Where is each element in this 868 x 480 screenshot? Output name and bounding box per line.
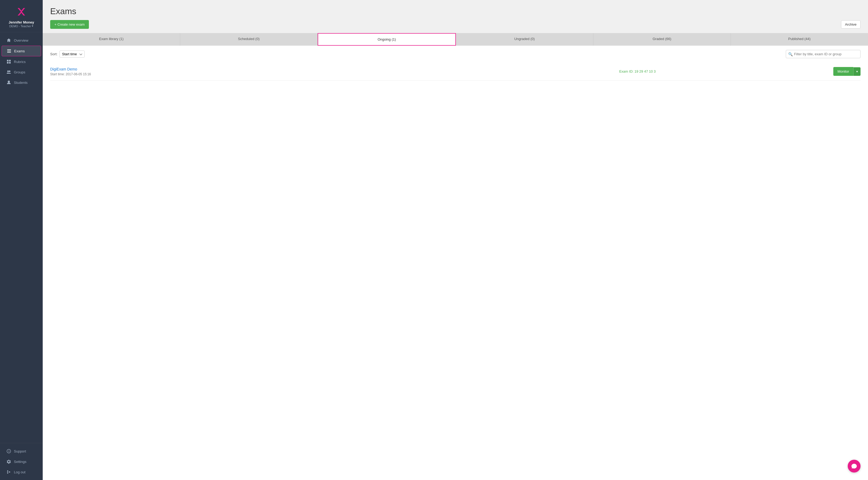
sidebar-item-exams-label: Exams [14,49,25,53]
sidebar-item-students-label: Students [14,81,28,85]
sort-filter-bar: Sort: Start time Title Exam ID 🔍 [50,50,861,58]
exam-start-time: Start time: 2017-06-05 15:16 [50,72,442,76]
tab-published[interactable]: Published (44) [731,33,868,46]
svg-rect-6 [7,62,8,63]
sort-group: Sort: Start time Title Exam ID [50,51,85,58]
sidebar-role: DEMO - Teacher ▾ [9,24,34,28]
monitor-caret-button[interactable]: ▾ [853,67,861,76]
exam-info: DigiExam Demo Start time: 2017-06-05 15:… [50,67,442,76]
tab-graded[interactable]: Graded (66) [593,33,731,46]
exam-actions: Monitor ▾ [833,67,861,76]
svg-point-10 [8,81,10,83]
monitor-button[interactable]: Monitor [833,67,853,76]
tab-scheduled[interactable]: Scheduled (0) [180,33,318,46]
sidebar-item-groups[interactable]: Groups [2,67,41,77]
page-title: Exams [50,6,861,16]
logout-icon [6,470,11,474]
grid-icon [6,59,11,64]
sidebar-item-overview-label: Overview [14,38,28,42]
svg-text:?: ? [8,450,10,453]
filter-input[interactable] [786,50,861,58]
sort-label: Sort: [50,52,57,56]
exam-id: Exam ID: 19 29 47 10 3 [442,69,833,73]
svg-rect-4 [7,60,8,61]
sidebar: Jennifer Money DEMO - Teacher ▾ Overview… [0,0,43,480]
sidebar-item-rubrics-label: Rubrics [14,60,26,64]
exam-row: DigiExam Demo Start time: 2017-06-05 15:… [50,62,861,81]
svg-rect-7 [9,62,11,63]
home-icon [6,38,11,43]
svg-rect-5 [9,60,11,61]
svg-point-8 [7,70,9,72]
create-exam-button[interactable]: + Create new exam [50,20,89,29]
person-icon [6,80,11,85]
sidebar-item-settings[interactable]: Settings [2,456,41,467]
exam-title-link[interactable]: DigiExam Demo [50,67,77,71]
sidebar-item-rubrics[interactable]: Rubrics [2,57,41,67]
sidebar-item-support[interactable]: ? Support [2,446,41,456]
main-content: Exams + Create new exam Archive Exam lib… [43,0,868,480]
sidebar-item-support-label: Support [14,449,26,453]
logo-icon [15,5,28,18]
people-icon [6,70,11,74]
sidebar-username: Jennifer Money [8,20,34,24]
main-header: Exams + Create new exam Archive [43,0,868,33]
svg-rect-1 [7,50,11,50]
svg-point-9 [9,70,10,72]
header-actions: + Create new exam Archive [50,20,861,29]
help-circle-icon: ? [6,449,11,454]
svg-rect-3 [7,52,11,53]
search-icon: 🔍 [788,52,793,56]
sidebar-item-logout[interactable]: Log out [2,467,41,477]
sidebar-nav: Overview Exams Rubrics Groups [0,32,43,443]
content-area: Sort: Start time Title Exam ID 🔍 DigiExa… [43,46,868,480]
archive-button[interactable]: Archive [841,20,861,29]
sidebar-logo: Jennifer Money DEMO - Teacher ▾ [0,0,43,32]
list-icon [7,49,11,53]
sidebar-item-students[interactable]: Students [2,78,41,88]
svg-rect-2 [7,51,11,51]
sidebar-item-groups-label: Groups [14,70,25,74]
tabs-container: Exam library (1) Scheduled (0) Ongoing (… [43,33,868,46]
tab-exam-library[interactable]: Exam library (1) [43,33,180,46]
sidebar-bottom: ? Support Settings Log out [0,443,43,480]
sidebar-item-overview[interactable]: Overview [2,35,41,46]
sort-select[interactable]: Start time Title Exam ID [60,51,85,58]
sidebar-item-exams[interactable]: Exams [2,46,41,56]
tab-ongoing[interactable]: Ongoing (1) [318,33,456,46]
chat-bubble[interactable] [848,460,861,473]
filter-input-wrap: 🔍 [786,50,861,58]
sidebar-item-settings-label: Settings [14,460,26,464]
tab-ungraded[interactable]: Ungraded (0) [456,33,593,46]
settings-icon [6,459,11,464]
sidebar-item-logout-label: Log out [14,470,25,474]
